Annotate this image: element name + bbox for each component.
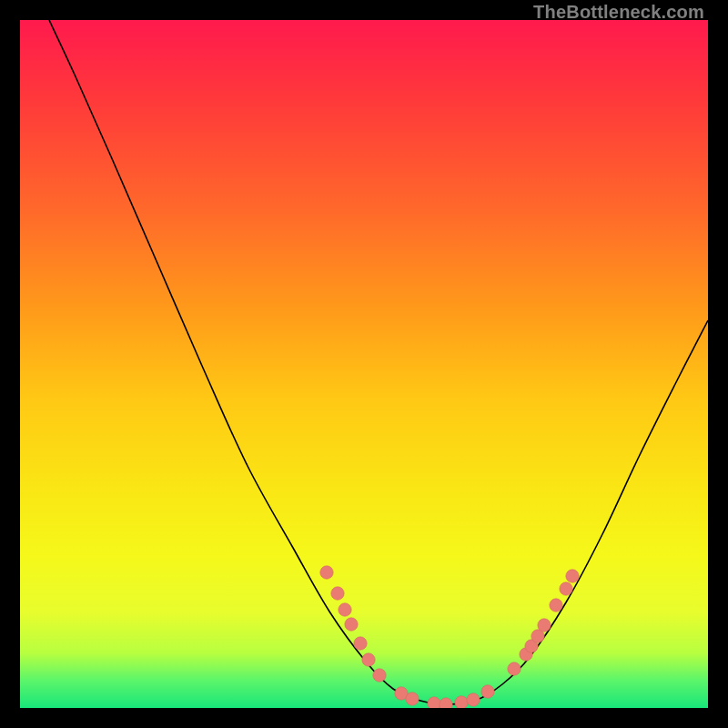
data-marker (373, 669, 386, 682)
data-marker (508, 662, 521, 675)
data-marker (550, 599, 562, 612)
data-marker (354, 637, 367, 650)
data-marker (455, 696, 468, 708)
data-marker (362, 653, 375, 666)
marker-group (320, 566, 579, 708)
watermark-text: TheBottleneck.com (533, 2, 704, 23)
plot-area (20, 20, 708, 708)
data-marker (339, 603, 351, 616)
data-marker (428, 697, 440, 708)
data-marker (467, 693, 480, 706)
data-marker (345, 618, 358, 631)
bottleneck-curve (49, 20, 708, 704)
data-marker (406, 693, 419, 705)
data-marker (481, 685, 494, 698)
data-marker (566, 570, 579, 582)
chart-svg (20, 20, 708, 708)
data-marker (538, 619, 551, 632)
data-marker (320, 566, 333, 579)
data-marker (440, 698, 452, 708)
chart-frame: TheBottleneck.com (0, 0, 728, 728)
data-marker (331, 587, 344, 600)
data-marker (560, 582, 572, 595)
